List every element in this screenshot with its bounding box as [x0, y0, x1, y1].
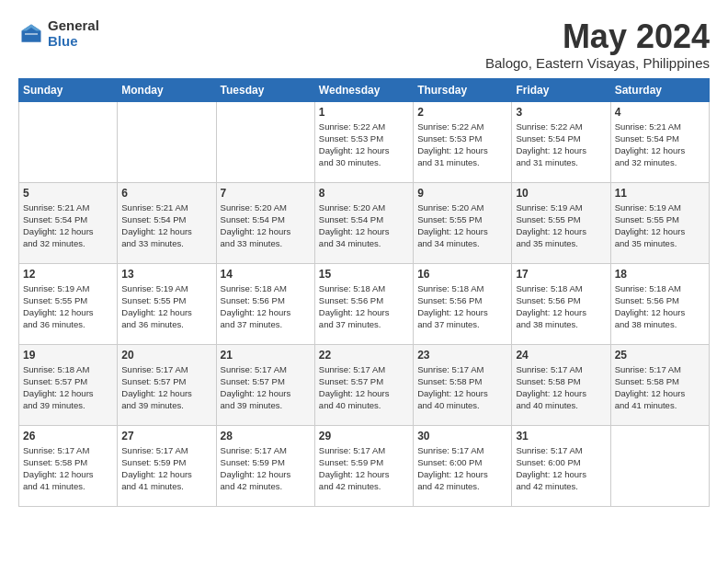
calendar-cell: 12Sunrise: 5:19 AM Sunset: 5:55 PM Dayli… [19, 263, 118, 344]
month-title: May 2024 [485, 18, 710, 55]
day-info: Sunrise: 5:18 AM Sunset: 5:56 PM Dayligh… [417, 282, 507, 331]
calendar-header-row: SundayMondayTuesdayWednesdayThursdayFrid… [19, 78, 710, 101]
header-friday: Friday [512, 78, 610, 101]
calendar-cell: 15Sunrise: 5:18 AM Sunset: 5:56 PM Dayli… [314, 263, 413, 344]
day-number: 7 [221, 187, 311, 200]
calendar-cell: 31Sunrise: 5:17 AM Sunset: 6:00 PM Dayli… [512, 425, 610, 506]
calendar-cell: 5Sunrise: 5:21 AM Sunset: 5:54 PM Daylig… [19, 182, 118, 263]
day-info: Sunrise: 5:20 AM Sunset: 5:54 PM Dayligh… [319, 201, 409, 250]
day-info: Sunrise: 5:18 AM Sunset: 5:56 PM Dayligh… [319, 282, 409, 331]
day-number: 27 [121, 430, 211, 442]
calendar-cell: 28Sunrise: 5:17 AM Sunset: 5:59 PM Dayli… [216, 425, 314, 506]
day-info: Sunrise: 5:19 AM Sunset: 5:55 PM Dayligh… [23, 282, 113, 331]
day-number: 11 [615, 187, 705, 200]
calendar-cell: 4Sunrise: 5:21 AM Sunset: 5:54 PM Daylig… [610, 101, 709, 182]
day-info: Sunrise: 5:17 AM Sunset: 5:58 PM Dayligh… [417, 363, 507, 412]
day-number: 18 [615, 268, 705, 281]
calendar-cell: 11Sunrise: 5:19 AM Sunset: 5:55 PM Dayli… [610, 182, 709, 263]
day-number: 28 [221, 430, 311, 442]
day-number: 3 [516, 106, 606, 119]
calendar-cell: 14Sunrise: 5:18 AM Sunset: 5:56 PM Dayli… [216, 263, 314, 344]
day-info: Sunrise: 5:19 AM Sunset: 5:55 PM Dayligh… [121, 282, 211, 331]
day-info: Sunrise: 5:17 AM Sunset: 6:00 PM Dayligh… [417, 444, 507, 493]
calendar-cell: 17Sunrise: 5:18 AM Sunset: 5:56 PM Dayli… [512, 263, 610, 344]
day-number: 1 [319, 106, 409, 119]
calendar-cell: 26Sunrise: 5:17 AM Sunset: 5:58 PM Dayli… [19, 425, 118, 506]
calendar-cell: 30Sunrise: 5:17 AM Sunset: 6:00 PM Dayli… [414, 425, 512, 506]
logo: General Blue [18, 18, 99, 49]
calendar-cell [118, 101, 216, 182]
calendar-cell [19, 101, 118, 182]
calendar-cell: 23Sunrise: 5:17 AM Sunset: 5:58 PM Dayli… [414, 344, 512, 425]
day-number: 15 [319, 268, 409, 281]
day-info: Sunrise: 5:18 AM Sunset: 5:56 PM Dayligh… [221, 282, 311, 331]
calendar-cell [216, 101, 314, 182]
day-info: Sunrise: 5:22 AM Sunset: 5:53 PM Dayligh… [417, 121, 507, 169]
day-info: Sunrise: 5:18 AM Sunset: 5:56 PM Dayligh… [615, 282, 705, 331]
day-number: 9 [417, 187, 507, 200]
day-info: Sunrise: 5:17 AM Sunset: 5:57 PM Dayligh… [221, 363, 311, 412]
day-number: 8 [319, 187, 409, 200]
calendar-week-row: 19Sunrise: 5:18 AM Sunset: 5:57 PM Dayli… [19, 344, 710, 425]
day-info: Sunrise: 5:17 AM Sunset: 5:57 PM Dayligh… [121, 363, 211, 412]
day-number: 24 [516, 349, 606, 362]
day-number: 20 [121, 349, 211, 362]
day-number: 10 [516, 187, 606, 200]
day-info: Sunrise: 5:20 AM Sunset: 5:54 PM Dayligh… [221, 201, 311, 250]
calendar-cell: 16Sunrise: 5:18 AM Sunset: 5:56 PM Dayli… [414, 263, 512, 344]
day-info: Sunrise: 5:21 AM Sunset: 5:54 PM Dayligh… [23, 201, 113, 250]
day-number: 6 [121, 187, 211, 200]
calendar-cell: 20Sunrise: 5:17 AM Sunset: 5:57 PM Dayli… [118, 344, 216, 425]
day-info: Sunrise: 5:21 AM Sunset: 5:54 PM Dayligh… [615, 121, 705, 169]
calendar-week-row: 5Sunrise: 5:21 AM Sunset: 5:54 PM Daylig… [19, 182, 710, 263]
day-number: 23 [417, 349, 507, 362]
header-tuesday: Tuesday [216, 78, 314, 101]
day-number: 21 [221, 349, 311, 362]
page-header: General Blue May 2024 Balogo, Eastern Vi… [18, 18, 710, 71]
calendar-cell: 3Sunrise: 5:22 AM Sunset: 5:54 PM Daylig… [512, 101, 610, 182]
calendar-week-row: 1Sunrise: 5:22 AM Sunset: 5:53 PM Daylig… [19, 101, 710, 182]
day-number: 22 [319, 349, 409, 362]
day-info: Sunrise: 5:17 AM Sunset: 5:58 PM Dayligh… [23, 444, 113, 493]
day-info: Sunrise: 5:18 AM Sunset: 5:57 PM Dayligh… [23, 363, 113, 412]
day-info: Sunrise: 5:18 AM Sunset: 5:56 PM Dayligh… [516, 282, 606, 331]
logo-general: General [48, 18, 99, 34]
day-info: Sunrise: 5:22 AM Sunset: 5:53 PM Dayligh… [319, 121, 409, 169]
calendar-cell: 9Sunrise: 5:20 AM Sunset: 5:55 PM Daylig… [414, 182, 512, 263]
calendar-cell: 21Sunrise: 5:17 AM Sunset: 5:57 PM Dayli… [216, 344, 314, 425]
header-sunday: Sunday [19, 78, 118, 101]
day-info: Sunrise: 5:22 AM Sunset: 5:54 PM Dayligh… [516, 121, 606, 169]
calendar-cell: 1Sunrise: 5:22 AM Sunset: 5:53 PM Daylig… [314, 101, 413, 182]
header-monday: Monday [118, 78, 216, 101]
day-number: 16 [417, 268, 507, 281]
day-number: 31 [516, 430, 606, 442]
location-title: Balogo, Eastern Visayas, Philippines [485, 55, 710, 71]
day-info: Sunrise: 5:19 AM Sunset: 5:55 PM Dayligh… [615, 201, 705, 250]
header-thursday: Thursday [414, 78, 512, 101]
day-number: 13 [121, 268, 211, 281]
calendar-cell: 29Sunrise: 5:17 AM Sunset: 5:59 PM Dayli… [314, 425, 413, 506]
calendar-week-row: 12Sunrise: 5:19 AM Sunset: 5:55 PM Dayli… [19, 263, 710, 344]
logo-text: General Blue [48, 18, 99, 49]
calendar-cell: 6Sunrise: 5:21 AM Sunset: 5:54 PM Daylig… [118, 182, 216, 263]
calendar-cell: 7Sunrise: 5:20 AM Sunset: 5:54 PM Daylig… [216, 182, 314, 263]
day-number: 12 [23, 268, 113, 281]
calendar-table: SundayMondayTuesdayWednesdayThursdayFrid… [18, 78, 710, 507]
calendar-cell: 25Sunrise: 5:17 AM Sunset: 5:58 PM Dayli… [610, 344, 709, 425]
calendar-cell [610, 425, 709, 506]
day-number: 14 [221, 268, 311, 281]
calendar-cell: 8Sunrise: 5:20 AM Sunset: 5:54 PM Daylig… [314, 182, 413, 263]
logo-icon [18, 21, 44, 47]
day-info: Sunrise: 5:19 AM Sunset: 5:55 PM Dayligh… [516, 201, 606, 250]
day-number: 17 [516, 268, 606, 281]
title-block: May 2024 Balogo, Eastern Visayas, Philip… [485, 18, 710, 71]
day-number: 25 [615, 349, 705, 362]
day-info: Sunrise: 5:17 AM Sunset: 5:59 PM Dayligh… [221, 444, 311, 493]
calendar-cell: 22Sunrise: 5:17 AM Sunset: 5:57 PM Dayli… [314, 344, 413, 425]
day-number: 30 [417, 430, 507, 442]
calendar-week-row: 26Sunrise: 5:17 AM Sunset: 5:58 PM Dayli… [19, 425, 710, 506]
svg-rect-2 [25, 33, 38, 35]
day-number: 4 [615, 106, 705, 119]
day-number: 2 [417, 106, 507, 119]
day-number: 29 [319, 430, 409, 442]
